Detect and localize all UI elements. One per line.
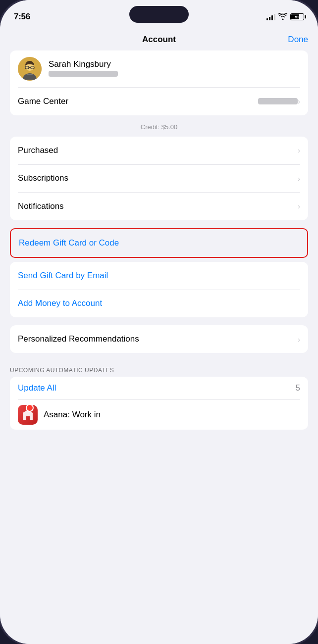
gift-actions-card: Send Gift Card by Email Add Money to Acc… <box>10 262 308 318</box>
notification-badge <box>26 404 34 412</box>
notifications-label: Notifications <box>18 201 298 211</box>
chevron-icon: › <box>298 97 300 105</box>
game-center-label: Game Center <box>18 97 258 106</box>
chevron-icon: › <box>298 146 300 154</box>
chevron-icon: › <box>298 202 300 210</box>
update-all-card: Update All 5 Asana: Work in <box>10 377 308 430</box>
dynamic-island <box>129 6 189 23</box>
credit-text: Credit: $5.00 <box>0 119 318 137</box>
personalized-label: Personalized Recommendations <box>18 334 298 344</box>
personalized-row[interactable]: Personalized Recommendations › <box>10 325 308 353</box>
section-header: UPCOMING AUTOMATIC UPDATES <box>0 357 318 377</box>
chevron-icon: › <box>298 174 300 183</box>
update-count: 5 <box>296 383 300 393</box>
personalized-card: Personalized Recommendations › <box>10 325 308 353</box>
content-area: Account Done <box>0 27 318 644</box>
redeem-label: Redeem Gift Card or Code <box>19 238 299 248</box>
user-email <box>49 71 118 77</box>
menu-card: Purchased › Subscriptions › Notification… <box>10 137 308 220</box>
phone-screen: 7:56 <box>0 0 318 644</box>
status-icons: 52 <box>266 13 304 21</box>
chevron-icon: › <box>298 335 300 344</box>
status-time: 7:56 <box>14 12 30 22</box>
subscriptions-label: Subscriptions <box>18 173 298 183</box>
redeem-row[interactable]: Redeem Gift Card or Code <box>11 229 307 257</box>
profile-card: Sarah Kingsbury Game Center › <box>10 50 308 115</box>
battery-icon: 52 <box>290 13 304 20</box>
signal-icon <box>266 13 275 20</box>
app-row[interactable]: Asana: Work in <box>10 400 308 430</box>
page-title: Account <box>142 35 176 45</box>
phone-frame: 7:56 <box>0 0 318 644</box>
done-button[interactable]: Done <box>288 35 308 45</box>
subscriptions-row[interactable]: Subscriptions › <box>10 164 308 192</box>
game-center-row[interactable]: Game Center › <box>10 88 308 115</box>
update-all-label: Update All <box>18 383 296 393</box>
add-money-row[interactable]: Add Money to Account <box>10 290 308 317</box>
user-profile-row[interactable]: Sarah Kingsbury <box>10 50 308 87</box>
purchased-row[interactable]: Purchased › <box>10 137 308 164</box>
wifi-icon <box>278 13 287 21</box>
game-center-value <box>258 98 298 104</box>
redeem-container: Redeem Gift Card or Code <box>10 228 308 258</box>
send-gift-label: Send Gift Card by Email <box>18 271 300 281</box>
user-info: Sarah Kingsbury <box>49 59 300 79</box>
notifications-row[interactable]: Notifications › <box>10 193 308 220</box>
send-gift-row[interactable]: Send Gift Card by Email <box>10 262 308 290</box>
app-name: Asana: Work in <box>44 410 300 420</box>
add-money-label: Add Money to Account <box>18 298 300 308</box>
avatar <box>18 57 42 81</box>
user-name: Sarah Kingsbury <box>49 59 300 69</box>
nav-header: Account Done <box>0 27 318 50</box>
update-all-row[interactable]: Update All 5 <box>10 377 308 399</box>
purchased-label: Purchased <box>18 146 298 155</box>
